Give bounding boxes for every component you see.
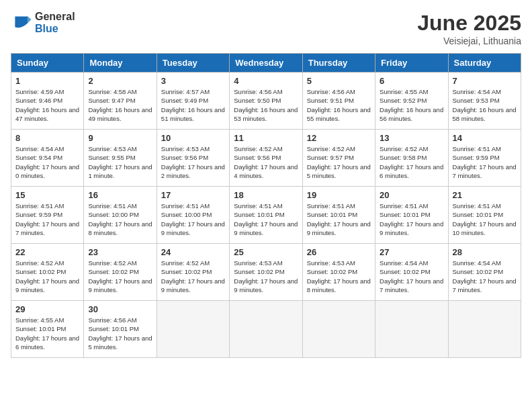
calendar-cell <box>302 301 375 358</box>
logo-blue-text: Blue <box>35 23 75 35</box>
cell-info: Sunrise: 4:57 AMSunset: 9:49 PMDaylight:… <box>161 87 225 123</box>
cell-info: Sunrise: 4:51 AMSunset: 9:59 PMDaylight:… <box>453 144 517 180</box>
header-sunday: Sunday <box>11 54 84 73</box>
cell-info: Sunrise: 4:53 AMSunset: 10:02 PMDaylight… <box>234 259 298 294</box>
day-number: 24 <box>161 247 225 257</box>
day-number: 14 <box>453 133 517 143</box>
calendar-cell: 4 Sunrise: 4:56 AMSunset: 9:50 PMDayligh… <box>230 73 302 130</box>
calendar-week-row: 15 Sunrise: 4:51 AMSunset: 9:59 PMDaylig… <box>11 187 521 244</box>
cell-info: Sunrise: 4:56 AMSunset: 9:51 PMDaylight:… <box>307 87 371 123</box>
calendar-week-row: 1 Sunrise: 4:59 AMSunset: 9:46 PMDayligh… <box>11 73 521 130</box>
day-number: 3 <box>161 76 225 86</box>
calendar-cell: 24 Sunrise: 4:52 AMSunset: 10:02 PMDayli… <box>157 244 229 301</box>
day-number: 26 <box>307 247 371 257</box>
cell-info: Sunrise: 4:54 AMSunset: 10:02 PMDaylight… <box>380 259 443 294</box>
calendar-cell: 30 Sunrise: 4:56 AMSunset: 10:01 PMDayli… <box>84 301 157 358</box>
logo: General Blue <box>11 11 75 34</box>
calendar-cell: 28 Sunrise: 4:54 AMSunset: 10:02 PMDayli… <box>448 244 521 301</box>
calendar-week-row: 8 Sunrise: 4:54 AMSunset: 9:54 PMDayligh… <box>11 130 521 187</box>
month-year-title: June 2025 <box>417 11 521 36</box>
day-number: 25 <box>234 247 298 257</box>
location-subtitle: Veisiejai, Lithuania <box>417 36 521 46</box>
calendar-cell: 8 Sunrise: 4:54 AMSunset: 9:54 PMDayligh… <box>11 130 84 187</box>
cell-info: Sunrise: 4:53 AMSunset: 9:55 PMDaylight:… <box>88 144 152 180</box>
calendar-cell: 26 Sunrise: 4:53 AMSunset: 10:02 PMDayli… <box>302 244 375 301</box>
day-number: 2 <box>88 76 152 86</box>
cell-info: Sunrise: 4:58 AMSunset: 9:47 PMDaylight:… <box>88 87 152 123</box>
day-number: 20 <box>380 190 443 200</box>
day-number: 7 <box>453 76 517 86</box>
calendar-cell: 9 Sunrise: 4:53 AMSunset: 9:55 PMDayligh… <box>84 130 157 187</box>
day-number: 11 <box>234 133 298 143</box>
day-number: 16 <box>88 190 152 200</box>
header-row: Sunday Monday Tuesday Wednesday Thursday… <box>11 54 521 73</box>
day-number: 21 <box>453 190 517 200</box>
day-number: 5 <box>307 76 371 86</box>
calendar-cell: 21 Sunrise: 4:51 AMSunset: 10:01 PMDayli… <box>448 187 521 244</box>
cell-info: Sunrise: 4:55 AMSunset: 9:52 PMDaylight:… <box>380 87 443 123</box>
cell-info: Sunrise: 4:54 AMSunset: 9:54 PMDaylight:… <box>15 144 79 180</box>
calendar-cell: 10 Sunrise: 4:53 AMSunset: 9:56 PMDaylig… <box>157 130 229 187</box>
day-number: 15 <box>15 190 79 200</box>
day-number: 30 <box>88 304 152 314</box>
day-number: 1 <box>15 76 79 86</box>
day-number: 12 <box>307 133 371 143</box>
cell-info: Sunrise: 4:54 AMSunset: 9:53 PMDaylight:… <box>453 87 517 123</box>
cell-info: Sunrise: 4:52 AMSunset: 9:57 PMDaylight:… <box>307 144 371 180</box>
title-area: June 2025 Veisiejai, Lithuania <box>417 11 521 46</box>
cell-info: Sunrise: 4:52 AMSunset: 10:02 PMDaylight… <box>15 259 79 294</box>
calendar-cell: 13 Sunrise: 4:52 AMSunset: 9:58 PMDaylig… <box>375 130 448 187</box>
calendar-cell: 25 Sunrise: 4:53 AMSunset: 10:02 PMDayli… <box>230 244 302 301</box>
cell-info: Sunrise: 4:59 AMSunset: 9:46 PMDaylight:… <box>15 87 79 123</box>
day-number: 18 <box>234 190 298 200</box>
cell-info: Sunrise: 4:52 AMSunset: 9:58 PMDaylight:… <box>380 144 443 180</box>
cell-info: Sunrise: 4:53 AMSunset: 10:02 PMDaylight… <box>307 259 371 294</box>
calendar-cell: 18 Sunrise: 4:51 AMSunset: 10:01 PMDayli… <box>230 187 302 244</box>
calendar-cell: 7 Sunrise: 4:54 AMSunset: 9:53 PMDayligh… <box>448 73 521 130</box>
calendar-cell <box>157 301 229 358</box>
calendar-cell: 23 Sunrise: 4:52 AMSunset: 10:02 PMDayli… <box>84 244 157 301</box>
header-monday: Monday <box>84 54 157 73</box>
calendar-cell: 5 Sunrise: 4:56 AMSunset: 9:51 PMDayligh… <box>302 73 375 130</box>
cell-info: Sunrise: 4:51 AMSunset: 10:00 PMDaylight… <box>161 201 225 237</box>
calendar-cell: 3 Sunrise: 4:57 AMSunset: 9:49 PMDayligh… <box>157 73 229 130</box>
cell-info: Sunrise: 4:56 AMSunset: 9:50 PMDaylight:… <box>234 87 298 123</box>
calendar-cell: 11 Sunrise: 4:52 AMSunset: 9:56 PMDaylig… <box>230 130 302 187</box>
cell-info: Sunrise: 4:52 AMSunset: 10:02 PMDaylight… <box>88 259 152 294</box>
cell-info: Sunrise: 4:51 AMSunset: 9:59 PMDaylight:… <box>15 201 79 237</box>
calendar-cell: 27 Sunrise: 4:54 AMSunset: 10:02 PMDayli… <box>375 244 448 301</box>
cell-info: Sunrise: 4:51 AMSunset: 10:00 PMDaylight… <box>88 201 152 237</box>
cell-info: Sunrise: 4:55 AMSunset: 10:01 PMDaylight… <box>15 316 79 351</box>
cell-info: Sunrise: 4:52 AMSunset: 9:56 PMDaylight:… <box>234 144 298 180</box>
day-number: 4 <box>234 76 298 86</box>
calendar-cell <box>230 301 302 358</box>
header-wednesday: Wednesday <box>230 54 302 73</box>
day-number: 17 <box>161 190 225 200</box>
calendar-cell: 22 Sunrise: 4:52 AMSunset: 10:02 PMDayli… <box>11 244 84 301</box>
cell-info: Sunrise: 4:51 AMSunset: 10:01 PMDaylight… <box>234 201 298 237</box>
cell-info: Sunrise: 4:51 AMSunset: 10:01 PMDaylight… <box>453 201 517 237</box>
cell-info: Sunrise: 4:53 AMSunset: 9:56 PMDaylight:… <box>161 144 225 180</box>
logo-general-text: General <box>35 11 75 23</box>
page-header: General Blue June 2025 Veisiejai, Lithua… <box>11 11 521 46</box>
cell-info: Sunrise: 4:51 AMSunset: 10:01 PMDaylight… <box>380 201 443 237</box>
header-saturday: Saturday <box>448 54 521 73</box>
calendar-cell: 17 Sunrise: 4:51 AMSunset: 10:00 PMDayli… <box>157 187 229 244</box>
header-tuesday: Tuesday <box>157 54 229 73</box>
header-friday: Friday <box>375 54 448 73</box>
day-number: 22 <box>15 247 79 257</box>
calendar-cell <box>448 301 521 358</box>
day-number: 23 <box>88 247 152 257</box>
day-number: 13 <box>380 133 443 143</box>
cell-info: Sunrise: 4:51 AMSunset: 10:01 PMDaylight… <box>307 201 371 237</box>
calendar-cell: 2 Sunrise: 4:58 AMSunset: 9:47 PMDayligh… <box>84 73 157 130</box>
calendar-week-row: 29 Sunrise: 4:55 AMSunset: 10:01 PMDayli… <box>11 301 521 358</box>
day-number: 19 <box>307 190 371 200</box>
day-number: 27 <box>380 247 443 257</box>
day-number: 9 <box>88 133 152 143</box>
header-thursday: Thursday <box>302 54 375 73</box>
logo-icon <box>11 12 32 34</box>
calendar-cell: 1 Sunrise: 4:59 AMSunset: 9:46 PMDayligh… <box>11 73 84 130</box>
cell-info: Sunrise: 4:52 AMSunset: 10:02 PMDaylight… <box>161 259 225 294</box>
calendar-cell <box>375 301 448 358</box>
